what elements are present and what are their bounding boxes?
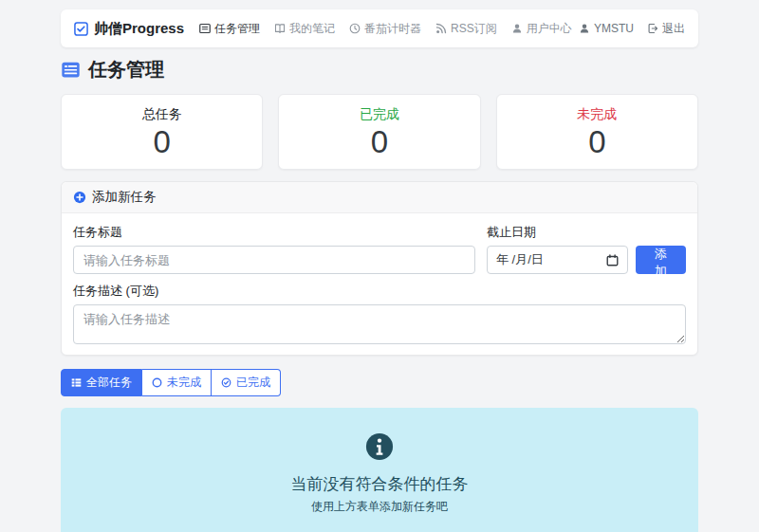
check-circle-icon bbox=[221, 377, 231, 388]
add-task-button[interactable]: 添加 bbox=[636, 246, 686, 274]
stat-label: 已完成 bbox=[279, 106, 479, 123]
stats-row: 总任务 0 已完成 0 未完成 0 bbox=[61, 94, 698, 170]
filter-label: 全部任务 bbox=[86, 375, 132, 391]
list-alt-icon bbox=[199, 23, 211, 34]
logout-button[interactable]: 退出 bbox=[647, 21, 685, 37]
task-filter-group: 全部任务 未完成 已完成 bbox=[61, 369, 281, 396]
nav-item-label: 我的笔记 bbox=[289, 21, 335, 37]
filter-label: 已完成 bbox=[236, 375, 270, 391]
logout-label: 退出 bbox=[662, 21, 685, 37]
circle-icon bbox=[152, 377, 162, 388]
nav-item-notes[interactable]: 我的笔记 bbox=[274, 21, 335, 37]
nav-username[interactable]: YMSTU bbox=[579, 22, 634, 35]
top-navbar: 帅僧Progress 任务管理 我的笔记 番茄计时器 bbox=[61, 9, 698, 47]
nav-item-label: 番茄计时器 bbox=[364, 21, 421, 37]
nav-item-rss[interactable]: RSS订阅 bbox=[435, 21, 497, 37]
stat-card-done: 已完成 0 bbox=[278, 94, 480, 170]
stat-value: 0 bbox=[279, 125, 479, 159]
calendar-icon[interactable] bbox=[606, 254, 619, 266]
nav-item-pomodoro[interactable]: 番茄计时器 bbox=[349, 21, 421, 37]
clock-icon bbox=[349, 23, 361, 34]
add-task-body: 任务标题 截止日期 年 /月/日 添加 bbox=[62, 213, 697, 355]
filter-label: 未完成 bbox=[167, 375, 201, 391]
rss-icon bbox=[435, 23, 447, 34]
main-container: 帅僧Progress 任务管理 我的笔记 番茄计时器 bbox=[61, 9, 698, 532]
filter-undone-button[interactable]: 未完成 bbox=[142, 369, 212, 396]
due-date-label: 截止日期 bbox=[487, 224, 686, 241]
stat-value: 0 bbox=[62, 125, 262, 159]
check-square-icon bbox=[74, 22, 88, 36]
due-date-value: 年 /月/日 bbox=[496, 251, 544, 268]
task-desc-textarea[interactable] bbox=[73, 304, 686, 344]
stat-card-undone: 未完成 0 bbox=[496, 94, 698, 170]
stat-label: 总任务 bbox=[62, 106, 262, 123]
brand-label: 帅僧Progress bbox=[94, 20, 184, 38]
nav-item-label: RSS订阅 bbox=[451, 21, 497, 37]
plus-circle-icon bbox=[73, 191, 86, 204]
sign-out-icon bbox=[647, 23, 658, 34]
empty-state-subtitle: 使用上方表单添加新任务吧 bbox=[61, 499, 698, 515]
filter-all-button[interactable]: 全部任务 bbox=[61, 369, 142, 396]
add-task-card: 添加新任务 任务标题 截止日期 年 /月/日 bbox=[61, 181, 698, 356]
list-alt-icon bbox=[61, 60, 81, 80]
page-title: 任务管理 bbox=[61, 57, 698, 83]
brand[interactable]: 帅僧Progress bbox=[74, 20, 184, 38]
nav-right: YMSTU 退出 bbox=[579, 21, 685, 37]
nav-item-label: 用户中心 bbox=[527, 21, 572, 37]
stat-value: 0 bbox=[497, 125, 697, 159]
add-task-header: 添加新任务 bbox=[62, 182, 697, 213]
stat-label: 未完成 bbox=[497, 106, 697, 123]
page-title-label: 任务管理 bbox=[88, 57, 164, 83]
task-title-input[interactable] bbox=[73, 246, 475, 274]
nav-item-user-center[interactable]: 用户中心 bbox=[511, 21, 572, 37]
user-icon bbox=[511, 23, 523, 34]
task-desc-label: 任务描述 (可选) bbox=[73, 283, 686, 300]
empty-state-title: 当前没有符合条件的任务 bbox=[61, 473, 698, 495]
username-label: YMSTU bbox=[594, 22, 634, 35]
info-circle-icon bbox=[365, 432, 394, 461]
nav-item-label: 任务管理 bbox=[214, 21, 260, 37]
nav-item-tasks[interactable]: 任务管理 bbox=[199, 21, 260, 37]
task-title-label: 任务标题 bbox=[73, 224, 475, 241]
th-list-icon bbox=[71, 377, 82, 388]
nav-links: 任务管理 我的笔记 番茄计时器 RSS订阅 bbox=[199, 21, 572, 37]
stat-card-total: 总任务 0 bbox=[61, 94, 263, 170]
add-task-header-label: 添加新任务 bbox=[92, 189, 157, 206]
due-date-input[interactable]: 年 /月/日 bbox=[487, 246, 628, 274]
empty-state: 当前没有符合条件的任务 使用上方表单添加新任务吧 bbox=[61, 408, 698, 532]
user-icon bbox=[579, 23, 590, 34]
filter-done-button[interactable]: 已完成 bbox=[212, 369, 281, 396]
book-icon bbox=[274, 23, 286, 34]
